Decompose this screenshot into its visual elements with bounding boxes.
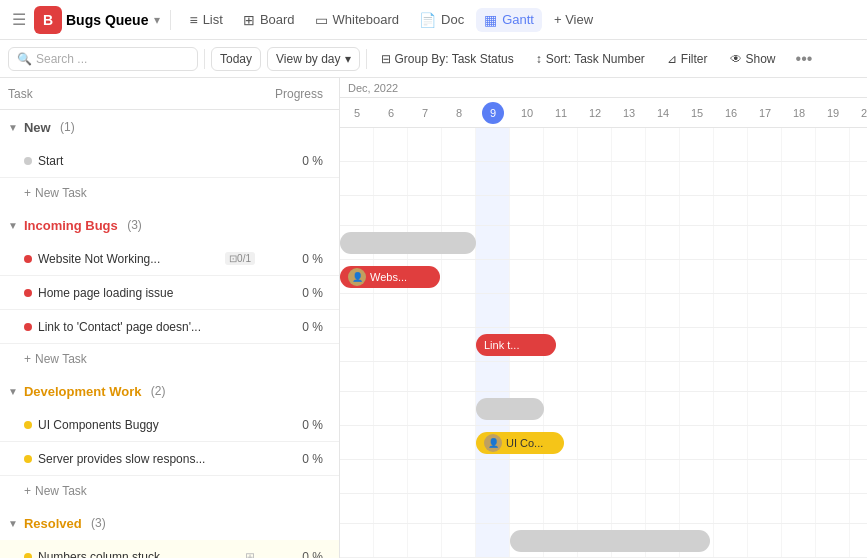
nav-view-label: + View xyxy=(554,12,593,27)
gantt-cell xyxy=(408,294,442,327)
column-headers: Task Progress xyxy=(0,78,339,110)
gantt-cell xyxy=(340,494,374,523)
task-row[interactable]: Numbers column stuck ⊞ 0 % xyxy=(0,540,339,558)
gantt-cell xyxy=(476,460,510,493)
nav-board[interactable]: ⊞ Board xyxy=(235,8,303,32)
task-name: Server provides slow respons... xyxy=(38,452,255,466)
gantt-cell xyxy=(680,426,714,459)
gantt-cell xyxy=(782,460,816,493)
gantt-cell xyxy=(680,494,714,523)
gantt-cell xyxy=(646,392,680,425)
task-column-header: Task xyxy=(8,87,261,101)
gantt-cell xyxy=(476,260,510,293)
gantt-cell xyxy=(782,162,816,195)
gantt-cell xyxy=(340,162,374,195)
task-status-dot xyxy=(24,255,32,263)
gantt-month-row: Dec, 2022 xyxy=(340,78,867,98)
gantt-bar[interactable]: Link t... xyxy=(476,334,556,356)
group-by-icon: ⊟ xyxy=(381,52,391,66)
search-box[interactable]: 🔍 Search ... xyxy=(8,47,198,71)
gantt-bar[interactable] xyxy=(340,232,476,254)
more-button[interactable]: ••• xyxy=(790,46,819,72)
new-task-row[interactable]: + New Task xyxy=(0,178,339,208)
gantt-cell xyxy=(408,162,442,195)
main-area: Task Progress ▼ New (1) + Start 0 % + Ne… xyxy=(0,78,867,558)
task-row[interactable]: Home page loading issue 0 % xyxy=(0,276,339,310)
nav-gantt-label: Gantt xyxy=(502,12,534,27)
task-name: Link to 'Contact' page doesn'... xyxy=(38,320,255,334)
gantt-cell xyxy=(510,494,544,523)
gantt-cell xyxy=(442,196,476,225)
task-row[interactable]: UI Components Buggy 0 % xyxy=(0,408,339,442)
today-label: Today xyxy=(220,52,252,66)
task-progress: 0 % xyxy=(261,320,331,334)
gantt-cell xyxy=(442,294,476,327)
left-panel: Task Progress ▼ New (1) + Start 0 % + Ne… xyxy=(0,78,340,558)
gantt-cell xyxy=(612,392,646,425)
today-button[interactable]: Today xyxy=(211,47,261,71)
gantt-cell xyxy=(510,196,544,225)
gantt-cell xyxy=(714,128,748,161)
gantt-cell xyxy=(782,260,816,293)
toolbar: 🔍 Search ... Today View by day ▾ ⊟ Group… xyxy=(0,40,867,78)
gantt-row: Link t... xyxy=(340,328,867,362)
gantt-cell xyxy=(714,328,748,361)
gantt-panel: Dec, 2022 567891011121314151617181920 👤W… xyxy=(340,78,867,558)
bar-text: Webs... xyxy=(370,271,407,283)
gantt-days-row: 567891011121314151617181920 xyxy=(340,98,867,128)
nav-list[interactable]: ≡ List xyxy=(181,8,230,32)
gantt-bar[interactable] xyxy=(476,398,544,420)
gantt-icon: ▦ xyxy=(484,12,497,28)
view-by-day-button[interactable]: View by day ▾ xyxy=(267,47,359,71)
sort-button[interactable]: ↕ Sort: Task Number xyxy=(528,48,653,70)
nav-doc[interactable]: 📄 Doc xyxy=(411,8,472,32)
group-by-button[interactable]: ⊟ Group By: Task Status xyxy=(373,48,522,70)
gantt-bar[interactable]: 👤Webs... xyxy=(340,266,440,288)
gantt-cell xyxy=(442,494,476,523)
gantt-cell xyxy=(748,494,782,523)
gantt-bar-inner xyxy=(510,530,710,552)
gantt-cell xyxy=(816,426,850,459)
nav-view[interactable]: + View xyxy=(546,8,601,31)
group-dev-name: Development Work xyxy=(24,384,142,399)
gantt-cell xyxy=(680,460,714,493)
hamburger-icon[interactable]: ☰ xyxy=(8,6,30,33)
new-task-row[interactable]: + New Task xyxy=(0,344,339,374)
filter-label: Filter xyxy=(681,52,708,66)
view-by-day-label: View by day xyxy=(276,52,340,66)
gantt-day: 6 xyxy=(374,107,408,119)
project-chevron-icon[interactable]: ▾ xyxy=(154,13,160,27)
gantt-cell xyxy=(510,162,544,195)
toolbar-divider-2 xyxy=(366,49,367,69)
gantt-cell xyxy=(646,128,680,161)
nav-whiteboard[interactable]: ▭ Whiteboard xyxy=(307,8,407,32)
group-incoming-header[interactable]: ▼ Incoming Bugs (3) + xyxy=(0,208,339,242)
gantt-cell xyxy=(748,128,782,161)
gantt-bar[interactable]: 👤UI Co... xyxy=(476,432,564,454)
gantt-cell xyxy=(782,426,816,459)
gantt-cell xyxy=(544,392,578,425)
task-row[interactable]: Server provides slow respons... 0 % xyxy=(0,442,339,476)
group-new-header[interactable]: ▼ New (1) + xyxy=(0,110,339,144)
gantt-day: 15 xyxy=(680,107,714,119)
gantt-bar[interactable] xyxy=(510,530,710,552)
nav-gantt[interactable]: ▦ Gantt xyxy=(476,8,542,32)
group-resolved: ▼ Resolved (3) + Numbers column stuck ⊞ … xyxy=(0,506,339,558)
gantt-cell xyxy=(408,460,442,493)
group-dev-header[interactable]: ▼ Development Work (2) + xyxy=(0,374,339,408)
gantt-cell xyxy=(714,294,748,327)
new-task-label: New Task xyxy=(35,186,87,200)
project-logo: B xyxy=(34,6,62,34)
new-task-row[interactable]: + New Task xyxy=(0,476,339,506)
gantt-cell xyxy=(816,328,850,361)
gantt-row xyxy=(340,128,867,162)
task-row[interactable]: Start 0 % xyxy=(0,144,339,178)
task-row[interactable]: Website Not Working... ⊡0/1 0 % xyxy=(0,242,339,276)
task-row[interactable]: Link to 'Contact' page doesn'... 0 % xyxy=(0,310,339,344)
group-resolved-header[interactable]: ▼ Resolved (3) + xyxy=(0,506,339,540)
gantt-day: 12 xyxy=(578,107,612,119)
filter-button[interactable]: ⊿ Filter xyxy=(659,48,716,70)
gantt-cell xyxy=(408,328,442,361)
gantt-cell xyxy=(578,494,612,523)
show-button[interactable]: 👁 Show xyxy=(722,48,784,70)
